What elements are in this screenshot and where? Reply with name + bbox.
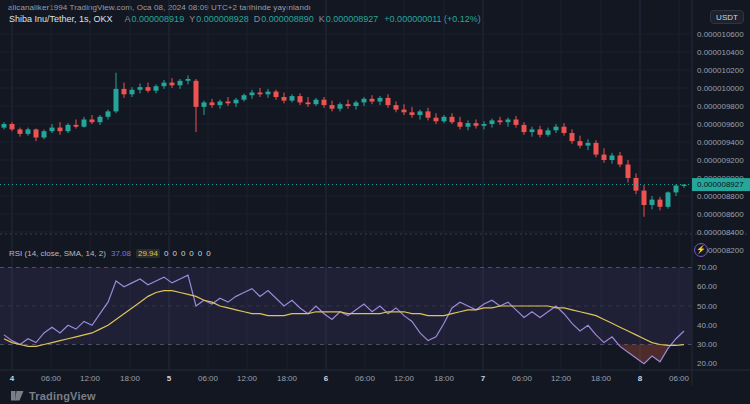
- lightning-icon[interactable]: ⚡: [694, 243, 708, 257]
- svg-text:20.00: 20.00: [697, 359, 718, 368]
- svg-text:06:00: 06:00: [669, 374, 690, 383]
- chart-canvas[interactable]: 0.0000106000.0000104000.0000102000.00001…: [0, 0, 750, 404]
- svg-text:0.000009600: 0.000009600: [697, 120, 744, 129]
- svg-text:7: 7: [481, 374, 486, 383]
- svg-text:18:00: 18:00: [591, 374, 612, 383]
- tradingview-chart-window: alicanaliker1994 TradingView.com, Oca 08…: [0, 0, 750, 404]
- open-value: 0.000008919: [132, 14, 185, 24]
- price-axis[interactable]: 0.0000106000.0000104000.0000102000.00001…: [697, 30, 744, 255]
- rsi-ma-value: 29.94: [136, 249, 160, 258]
- svg-text:12:00: 12:00: [80, 374, 101, 383]
- svg-text:0.000008800: 0.000008800: [697, 192, 744, 201]
- svg-text:0.000008600: 0.000008600: [697, 210, 744, 219]
- svg-text:0.000010400: 0.000010400: [697, 48, 744, 57]
- svg-text:50.00: 50.00: [697, 302, 718, 311]
- rsi-extra-value: 0: [189, 249, 193, 258]
- svg-text:06:00: 06:00: [355, 374, 376, 383]
- svg-text:06:00: 06:00: [41, 374, 62, 383]
- low-value: 0.000008890: [261, 14, 314, 24]
- time-axis[interactable]: 406:0012:0018:00506:0012:0018:00606:0012…: [10, 374, 690, 383]
- close-value: 0.000008927: [326, 14, 379, 24]
- rsi-extra-value: 0: [164, 249, 168, 258]
- close-label: K: [319, 14, 325, 24]
- grid-horizontal: [0, 34, 692, 232]
- rsi-legend[interactable]: RSI (14, close, SMA, 14, 2) 37.08 29.94 …: [9, 249, 211, 258]
- svg-text:0.000008400: 0.000008400: [697, 228, 744, 237]
- svg-text:8: 8: [638, 374, 643, 383]
- rsi-axis[interactable]: 70.0060.0050.0040.0030.0020.00: [697, 263, 718, 368]
- svg-text:0.000010000: 0.000010000: [697, 84, 744, 93]
- rsi-extra-value: 0: [198, 249, 202, 258]
- rsi-indicator-title: RSI (14, close, SMA, 14, 2): [9, 249, 106, 258]
- rsi-value: 37.08: [111, 249, 131, 258]
- svg-text:5: 5: [167, 374, 172, 383]
- svg-text:40.00: 40.00: [697, 321, 718, 330]
- symbol-legend[interactable]: Shiba Inu/Tether, 1s, OKX A0.000008919Y0…: [9, 14, 481, 24]
- svg-text:06:00: 06:00: [512, 374, 533, 383]
- svg-text:0.000009200: 0.000009200: [697, 156, 744, 165]
- svg-text:60.00: 60.00: [697, 282, 718, 291]
- rsi-extra-value: 0: [206, 249, 210, 258]
- rsi-band: [0, 268, 692, 345]
- tradingview-logo-text: TradingView: [29, 390, 96, 402]
- svg-text:70.00: 70.00: [697, 263, 718, 272]
- svg-text:0.000008927: 0.000008927: [697, 180, 744, 189]
- high-label: Y: [189, 14, 195, 24]
- svg-text:0.000010600: 0.000010600: [697, 30, 744, 39]
- svg-text:12:00: 12:00: [237, 374, 258, 383]
- tradingview-logo[interactable]: TradingView: [10, 388, 96, 403]
- svg-text:06:00: 06:00: [198, 374, 219, 383]
- symbol-title: Shiba Inu/Tether, 1s, OKX: [9, 14, 113, 24]
- high-value: 0.000008928: [196, 14, 249, 24]
- rsi-extra-value: 0: [181, 249, 185, 258]
- svg-text:0.000009800: 0.000009800: [697, 102, 744, 111]
- svg-text:30.00: 30.00: [697, 340, 718, 349]
- svg-text:4: 4: [10, 374, 15, 383]
- tradingview-logo-icon: [10, 388, 24, 403]
- rsi-extra-value: 0: [172, 249, 176, 258]
- candlestick-series: [2, 73, 687, 217]
- svg-text:18:00: 18:00: [277, 374, 298, 383]
- svg-text:18:00: 18:00: [434, 374, 455, 383]
- open-label: A: [125, 14, 131, 24]
- price-change: +0.000000011 (+0.12%): [384, 14, 480, 24]
- svg-text:0.000009400: 0.000009400: [697, 138, 744, 147]
- ohlc-values: A0.000008919Y0.000008928D0.000008890K0.0…: [120, 14, 379, 24]
- svg-text:6: 6: [324, 374, 329, 383]
- currency-toggle-button[interactable]: USDT: [710, 10, 744, 24]
- svg-text:12:00: 12:00: [394, 374, 415, 383]
- last-price-badge: 0.000008927: [692, 178, 750, 191]
- svg-text:12:00: 12:00: [551, 374, 572, 383]
- svg-text:18:00: 18:00: [120, 374, 141, 383]
- low-label: D: [254, 14, 261, 24]
- svg-text:0.000010200: 0.000010200: [697, 66, 744, 75]
